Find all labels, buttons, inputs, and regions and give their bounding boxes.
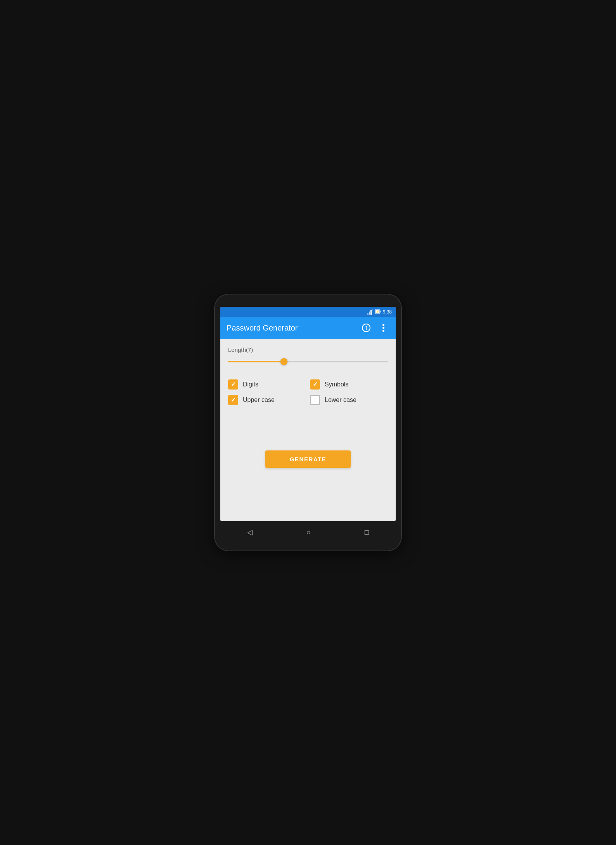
checkbox-digits-label: Digits (243, 381, 258, 388)
status-bar: ⚡ 9:38 (220, 307, 396, 317)
length-slider-container[interactable] (228, 357, 388, 370)
checkbox-symbols-box[interactable]: ✓ (310, 379, 320, 390)
length-label: Length(7) (228, 346, 388, 353)
checkboxes-grid: ✓ Digits ✓ Symbols ✓ Upper case (228, 379, 388, 405)
svg-text:⚡: ⚡ (376, 310, 380, 313)
app-title: Password Generator (227, 324, 355, 332)
screen: ⚡ 9:38 Password Generator (220, 307, 396, 521)
svg-marker-2 (370, 310, 372, 315)
main-content: Length(7) ✓ Digits ✓ (220, 339, 396, 521)
checkbox-digits-box[interactable]: ✓ (228, 379, 238, 390)
checkbox-lower-case-box[interactable] (310, 395, 320, 405)
status-time: 9:38 (383, 309, 392, 315)
svg-marker-3 (372, 310, 373, 310)
checkbox-symbols-check: ✓ (313, 381, 318, 388)
battery-icon: ⚡ (375, 309, 381, 315)
svg-point-12 (382, 327, 384, 329)
checkbox-symbols-label: Symbols (325, 381, 348, 388)
generate-button[interactable]: GENERATE (265, 450, 351, 468)
checkbox-upper-case-box[interactable]: ✓ (228, 395, 238, 405)
home-icon[interactable]: ○ (306, 528, 311, 537)
app-bar: Password Generator (220, 317, 396, 339)
generate-btn-container: GENERATE (228, 405, 388, 513)
back-icon[interactable]: ◁ (247, 528, 253, 537)
device-top (220, 301, 396, 305)
svg-point-11 (382, 324, 384, 326)
checkbox-digits-check: ✓ (231, 381, 236, 388)
checkbox-upper-case-label: Upper case (243, 397, 275, 403)
menu-icon[interactable] (377, 322, 389, 334)
recents-icon[interactable]: □ (365, 528, 369, 537)
svg-rect-5 (380, 311, 381, 313)
info-icon[interactable] (360, 322, 372, 334)
checkbox-symbols[interactable]: ✓ Symbols (310, 379, 388, 390)
svg-marker-0 (367, 313, 369, 315)
slider-track (228, 361, 388, 362)
checkbox-lower-case[interactable]: Lower case (310, 395, 388, 405)
slider-thumb[interactable] (280, 358, 287, 365)
signal-icon (367, 310, 373, 315)
checkbox-upper-case[interactable]: ✓ Upper case (228, 395, 306, 405)
device-frame: ⚡ 9:38 Password Generator (215, 294, 401, 551)
checkbox-upper-case-check: ✓ (231, 397, 236, 403)
slider-fill (228, 361, 284, 362)
svg-marker-1 (369, 312, 370, 315)
checkbox-lower-case-label: Lower case (325, 397, 356, 403)
svg-point-13 (382, 330, 384, 332)
nav-bar: ◁ ○ □ (220, 523, 396, 541)
checkbox-digits[interactable]: ✓ Digits (228, 379, 306, 390)
